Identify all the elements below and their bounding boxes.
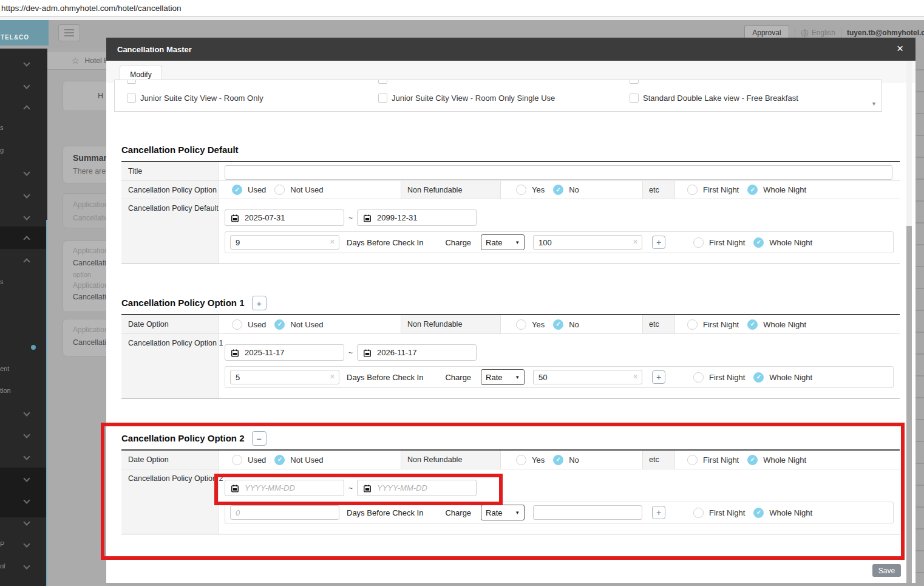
section-policy-option-2: Cancellation Policy Option 2 − Date Opti… — [121, 433, 900, 534]
radio-first-night[interactable] — [693, 508, 704, 518]
radio-used[interactable]: ✓ — [232, 185, 242, 195]
add-rule-button[interactable]: + — [652, 370, 665, 384]
radio-whole-night[interactable]: ✓ — [753, 372, 764, 383]
room-checkbox[interactable] — [127, 94, 136, 103]
charge-type-select[interactable]: Rate ▼ — [481, 369, 525, 385]
brand-logo[interactable]: TEL&CO — [0, 20, 49, 46]
radio-whole-night[interactable]: ✓ — [753, 237, 764, 248]
save-button[interactable]: Save — [872, 564, 901, 577]
sidebar-item-label[interactable]: P — [0, 540, 4, 548]
row-label: Cancellation Policy Option — [121, 181, 219, 199]
sidebar-item-label[interactable]: g — [0, 146, 4, 154]
chevron-down-icon[interactable] — [23, 213, 30, 220]
date-from-field[interactable]: YYYY-MM-DD — [225, 480, 344, 496]
radio-no[interactable]: ✓ — [553, 185, 563, 195]
radio-first-night[interactable] — [693, 237, 704, 248]
radio-first-night[interactable] — [687, 185, 698, 195]
clear-icon[interactable]: ✕ — [330, 373, 335, 381]
room-checkbox[interactable] — [378, 94, 387, 103]
sidebar-item-label[interactable]: s — [0, 278, 4, 285]
radio-yes[interactable] — [516, 455, 526, 465]
cancellation-master-modal: Cancellation Master × Modify Junior Suit… — [106, 38, 916, 583]
url-text[interactable]: https://dev-adm.ohmyhotel.com/hotel/canc… — [1, 4, 181, 13]
charge-value-input[interactable] — [533, 235, 642, 250]
user-email[interactable]: tuyen.tb@ohmyhotel.co — [847, 29, 924, 37]
radio-first-night[interactable] — [687, 455, 698, 465]
date-from-field[interactable]: 2025-07-31 — [225, 210, 344, 226]
radio-whole-night[interactable]: ✓ — [747, 319, 758, 330]
sidebar-item-label[interactable]: ent — [0, 365, 9, 372]
radio-no[interactable]: ✓ — [553, 455, 563, 465]
days-before-input[interactable] — [230, 505, 339, 520]
chevron-down-icon[interactable] — [23, 562, 30, 569]
charge-label: Charge — [445, 238, 471, 247]
radio-whole-night[interactable]: ✓ — [747, 455, 758, 465]
date-to-field[interactable]: YYYY-MM-DD — [357, 480, 477, 496]
radio-not-used[interactable]: ✓ — [274, 319, 285, 330]
date-from-value: 2025-11-17 — [245, 348, 285, 357]
radio-no[interactable]: ✓ — [553, 319, 563, 330]
add-rule-button[interactable]: + — [652, 506, 665, 519]
minus-icon: − — [256, 434, 262, 444]
date-to-field[interactable]: 2099-12-31 — [357, 210, 477, 226]
modal-scrollbar[interactable] — [906, 61, 912, 583]
days-before-input[interactable] — [230, 370, 339, 384]
browser-url-bar[interactable]: https://dev-adm.ohmyhotel.com/hotel/canc… — [0, 0, 924, 17]
sidebar-item-label[interactable]: ol — [0, 562, 5, 570]
room-checkbox[interactable] — [630, 94, 639, 103]
charge-type-select[interactable]: Rate ▼ — [481, 505, 525, 520]
check-icon: ✓ — [556, 321, 561, 327]
sidebar-item-label[interactable]: s — [0, 124, 4, 131]
close-icon[interactable]: × — [897, 43, 903, 55]
chevron-down-icon[interactable] — [23, 60, 30, 66]
chevron-down-icon[interactable] — [23, 540, 30, 547]
menu-toggle-button[interactable] — [58, 24, 80, 41]
clear-icon[interactable]: ✕ — [633, 238, 638, 246]
date-from-field[interactable]: 2025-11-17 — [225, 344, 344, 361]
clear-icon[interactable]: ✕ — [633, 373, 638, 381]
radio-not-used[interactable]: ✓ — [274, 455, 285, 465]
check-icon: ✓ — [234, 187, 239, 193]
check-icon: ✓ — [556, 187, 561, 193]
charge-type-select[interactable]: Rate ▼ — [481, 234, 525, 250]
radio-used[interactable] — [232, 319, 242, 330]
language-selector[interactable]: English — [801, 29, 835, 37]
language-label: English — [812, 29, 835, 37]
add-section-button[interactable]: + — [252, 296, 267, 310]
charge-type-value: Rate — [486, 373, 502, 382]
radio-whole-night[interactable]: ✓ — [747, 185, 758, 195]
chevron-up-icon[interactable] — [23, 105, 30, 112]
add-rule-button[interactable]: + — [652, 236, 665, 249]
section-policy-default: Cancellation Policy Default Title Cancel… — [121, 145, 900, 264]
chevron-down-icon[interactable] — [23, 453, 30, 460]
radio-first-night[interactable] — [693, 372, 704, 383]
radio-yes[interactable] — [516, 185, 526, 195]
radio-used[interactable] — [232, 455, 242, 465]
row-label: Date Option — [121, 451, 219, 469]
chevron-up-icon[interactable] — [23, 258, 30, 265]
chevron-down-icon[interactable] — [23, 169, 30, 175]
radio-first-night[interactable] — [687, 319, 698, 330]
title-input[interactable] — [225, 165, 892, 180]
chevron-down-icon[interactable] — [23, 431, 30, 438]
chevron-down-icon[interactable] — [23, 519, 30, 525]
background-card-hotel: H — [63, 81, 106, 111]
chevron-down-icon[interactable] — [23, 191, 30, 198]
sidebar-active-group — [0, 468, 47, 517]
radio-yes[interactable] — [516, 319, 526, 330]
clear-icon[interactable]: ✕ — [330, 238, 335, 246]
sidebar-item-label[interactable]: tion — [0, 387, 11, 394]
section-policy-option-1: Cancellation Policy Option 1 + Date Opti… — [121, 298, 900, 399]
scroll-down-icon[interactable]: ▼ — [871, 101, 877, 107]
radio-not-used[interactable] — [274, 185, 285, 195]
chevron-down-icon[interactable] — [23, 82, 30, 89]
room-checkbox-partial — [127, 80, 136, 84]
radio-whole-night[interactable]: ✓ — [753, 508, 764, 518]
date-to-field[interactable]: 2026-11-17 — [357, 344, 477, 361]
remove-section-button[interactable]: − — [252, 431, 267, 446]
chevron-down-icon[interactable] — [23, 409, 30, 416]
charge-value-input[interactable] — [533, 505, 642, 520]
charge-value-input[interactable] — [533, 370, 642, 384]
modal-scrollbar-thumb[interactable] — [906, 226, 912, 583]
days-before-input[interactable] — [230, 235, 339, 250]
